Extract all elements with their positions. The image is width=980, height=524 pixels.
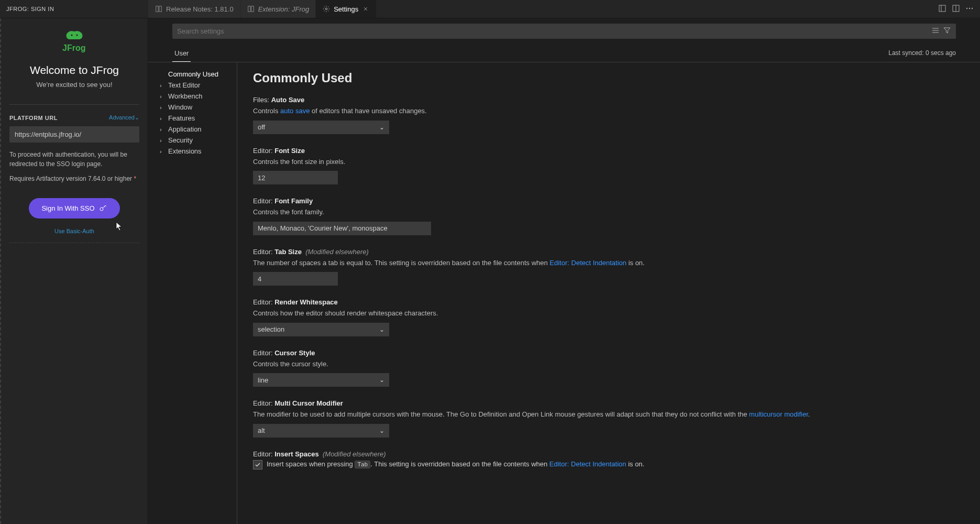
section-title: Commonly Used xyxy=(253,71,959,85)
chevron-right-icon: › xyxy=(160,104,166,111)
select-cursor-style[interactable]: line ⌄ xyxy=(253,373,389,387)
settings-header: User Last synced: 0 secs ago xyxy=(148,43,980,62)
chevron-down-icon: ⌄ xyxy=(379,427,384,434)
preview-icon xyxy=(247,5,255,13)
divider xyxy=(9,243,139,243)
settings-tree: Commonly Used › Text Editor › Workbench … xyxy=(148,62,237,524)
link-detect-indentation[interactable]: Editor: Detect Indentation xyxy=(549,460,626,468)
link-auto-save[interactable]: auto save xyxy=(280,107,310,115)
gear-icon xyxy=(322,5,331,13)
split-editor-icon[interactable] xyxy=(952,4,960,14)
tree-item-application[interactable]: › Application xyxy=(160,124,232,135)
chevron-down-icon: ⌄ xyxy=(379,326,384,333)
sign-in-sso-button[interactable]: Sign In With SSO xyxy=(29,198,119,219)
chevron-down-icon: ⌄ xyxy=(135,114,139,121)
tab-extension-jfrog[interactable]: Extension: JFrog xyxy=(240,0,316,18)
chevron-right-icon: › xyxy=(160,137,166,144)
settings-content: Commonly Used Files: Auto Save Controls … xyxy=(237,62,980,524)
svg-rect-2 xyxy=(248,6,250,12)
tree-item-commonly-used[interactable]: Commonly Used xyxy=(160,69,232,80)
search-input[interactable] xyxy=(177,27,931,35)
chevron-right-icon: › xyxy=(160,126,166,133)
sidebar-title: JFROG: SIGN IN xyxy=(0,6,148,12)
jfrog-sidebar: JFrog Welcome to JFrog We're excited to … xyxy=(0,18,148,524)
svg-rect-0 xyxy=(156,6,158,12)
setting-cursor-style: Editor: Cursor Style Controls the cursor… xyxy=(253,349,959,387)
cursor-icon xyxy=(116,222,123,233)
welcome-subtitle: We're excited to see you! xyxy=(9,81,139,89)
chevron-right-icon: › xyxy=(160,82,166,89)
tree-item-security[interactable]: › Security xyxy=(160,135,232,146)
select-auto-save[interactable]: off ⌄ xyxy=(253,121,389,134)
version-requirement-text: Requires Artifactory version 7.64.0 or h… xyxy=(9,174,139,183)
sso-info-text: To proceed with authentication, you will… xyxy=(9,150,139,169)
svg-rect-3 xyxy=(251,6,254,12)
svg-point-9 xyxy=(972,7,973,8)
svg-point-4 xyxy=(325,8,327,10)
select-render-whitespace[interactable]: selection ⌄ xyxy=(253,323,389,336)
setting-insert-spaces: Editor: Insert Spaces (Modified elsewher… xyxy=(253,450,959,470)
input-tab-size[interactable] xyxy=(253,272,338,286)
svg-rect-1 xyxy=(159,6,161,12)
jfrog-logo: JFrog xyxy=(9,29,139,56)
tree-item-workbench[interactable]: › Workbench xyxy=(160,91,232,102)
tree-item-text-editor[interactable]: › Text Editor xyxy=(160,80,232,91)
platform-url-label: PLATFORM URL xyxy=(9,115,58,121)
svg-point-11 xyxy=(76,35,78,36)
settings-search[interactable] xyxy=(172,24,956,39)
divider xyxy=(9,104,139,105)
svg-rect-5 xyxy=(939,5,945,12)
welcome-title: Welcome to JFrog xyxy=(9,64,139,77)
svg-point-7 xyxy=(966,7,967,8)
sync-status: Last synced: 0 secs ago xyxy=(888,45,956,62)
setting-font-family: Editor: Font Family Controls the font fa… xyxy=(253,197,959,235)
settings-scope-user[interactable]: User xyxy=(172,45,191,62)
tree-item-window[interactable]: › Window xyxy=(160,102,232,113)
chevron-down-icon: ⌄ xyxy=(379,124,384,131)
tab-bar: JFROG: SIGN IN Release Notes: 1.81.0 Ext… xyxy=(0,0,980,18)
kbd-tab: Tab xyxy=(355,461,370,468)
chevron-right-icon: › xyxy=(160,115,166,122)
tab-label: Extension: JFrog xyxy=(258,5,310,13)
checkbox-insert-spaces[interactable] xyxy=(253,460,262,470)
key-icon xyxy=(99,203,107,213)
input-font-family[interactable] xyxy=(253,222,431,235)
button-label: Sign In With SSO xyxy=(41,204,94,212)
svg-text:JFrog: JFrog xyxy=(62,43,85,52)
settings-editor: User Last synced: 0 secs ago Commonly Us… xyxy=(148,18,980,524)
tab-actions xyxy=(938,4,980,14)
setting-render-whitespace: Editor: Render Whitespace Controls how t… xyxy=(253,298,959,336)
clear-search-icon[interactable] xyxy=(931,26,940,36)
close-icon[interactable] xyxy=(361,5,370,13)
select-multi-cursor-modifier[interactable]: alt ⌄ xyxy=(253,424,389,438)
tab-label: Release Notes: 1.81.0 xyxy=(166,5,234,13)
setting-auto-save: Files: Auto Save Controls auto save of e… xyxy=(253,96,959,134)
chevron-right-icon: › xyxy=(160,93,166,100)
required-star-icon: * xyxy=(134,175,136,182)
setting-multi-cursor-modifier: Editor: Multi Cursor Modifier The modifi… xyxy=(253,399,959,438)
setting-font-size: Editor: Font Size Controls the font size… xyxy=(253,147,959,185)
chevron-down-icon: ⌄ xyxy=(379,376,384,384)
open-changes-icon[interactable] xyxy=(938,4,946,14)
editor-tabs: Release Notes: 1.81.0 Extension: JFrog S… xyxy=(148,0,377,18)
more-actions-icon[interactable] xyxy=(965,4,974,14)
advanced-link[interactable]: Advanced⌄ xyxy=(109,114,139,121)
link-multicursor-modifier[interactable]: multicursor modifier xyxy=(749,410,808,418)
tab-label: Settings xyxy=(334,5,358,13)
tab-settings[interactable]: Settings xyxy=(316,0,377,18)
input-font-size[interactable] xyxy=(253,171,338,184)
svg-point-10 xyxy=(71,35,73,36)
link-detect-indentation[interactable]: Editor: Detect Indentation xyxy=(549,259,626,267)
filter-icon[interactable] xyxy=(943,26,951,36)
platform-url-input[interactable] xyxy=(9,126,139,143)
chevron-right-icon: › xyxy=(160,148,166,155)
tree-item-features[interactable]: › Features xyxy=(160,113,232,124)
tree-item-extensions[interactable]: › Extensions xyxy=(160,146,232,157)
tab-release-notes[interactable]: Release Notes: 1.81.0 xyxy=(148,0,240,18)
preview-icon xyxy=(155,5,163,13)
svg-point-8 xyxy=(969,7,970,8)
setting-tab-size: Editor: Tab Size (Modified elsewhere) Th… xyxy=(253,248,959,286)
